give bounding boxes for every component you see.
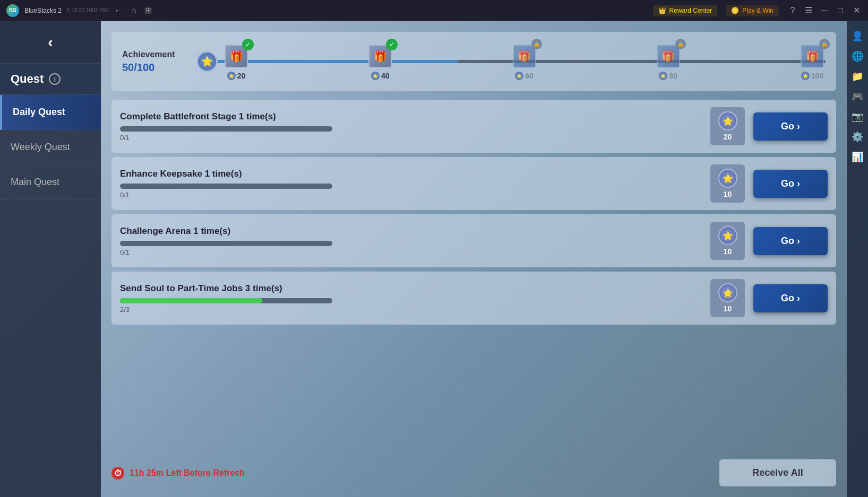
achievement-track: ⭐ 🎁 ✓ ⭐ 20 <box>196 40 826 83</box>
quest-reward-4: ⭐ 10 <box>710 279 745 317</box>
toolbar-gamepad-icon[interactable]: 🎮 <box>848 87 867 106</box>
checkpoint-80: 🎁 🔒 ⭐ 80 <box>655 43 682 80</box>
daily-quest-label: Daily Quest <box>13 107 65 117</box>
info-icon[interactable]: i <box>49 73 61 85</box>
check-badge-40: ✓ <box>386 39 398 50</box>
quest-reward-2: ⭐ 10 <box>710 164 745 203</box>
home-nav-icon[interactable]: ⌂ <box>131 6 136 15</box>
quest-info-4: Send Soul to Part-Time Jobs 3 time(s) 2/… <box>120 283 702 313</box>
play-win-button[interactable]: 🪙 Play & Win <box>726 5 779 16</box>
minimize-icon[interactable]: ─ <box>819 6 830 15</box>
timer-icon: ⏱ <box>111 467 124 479</box>
achievement-label: Achievement <box>122 50 186 59</box>
go-button-4[interactable]: Go › <box>753 284 828 312</box>
reward-center-label: Reward Center <box>669 7 712 14</box>
checkpoint-box-100: 🎁 🔒 <box>799 43 826 69</box>
menu-icon[interactable]: ☰ <box>803 5 814 15</box>
checkpoint-medal-20: ⭐ <box>227 72 236 80</box>
checkpoint-score-80: ⭐ 80 <box>659 72 677 80</box>
coin-icon: 🪙 <box>731 7 739 14</box>
quest-progress-bar-3 <box>120 241 332 246</box>
quest-progress-bar-1 <box>120 126 332 132</box>
checkpoint-value-20: 20 <box>237 72 246 80</box>
checkpoint-60: 🎁 🔒 ⭐ 60 <box>511 43 538 80</box>
chest-80: 🎁 <box>657 45 680 68</box>
checkpoint-container: 🎁 ✓ ⭐ 20 🎁 ✓ <box>223 43 826 80</box>
checkpoint-medal-100: ⭐ <box>801 72 810 80</box>
sidebar-item-weekly-quest[interactable]: Weekly Quest <box>0 130 101 165</box>
lock-badge-80: 🔒 <box>675 39 686 49</box>
sidebar-item-main-quest[interactable]: Main Quest <box>0 165 101 200</box>
reward-amount-3: 10 <box>724 247 732 256</box>
help-icon[interactable]: ? <box>787 6 798 15</box>
quest-progress-text-2: 0/1 <box>120 191 702 199</box>
receive-all-button[interactable]: Receive All <box>719 459 836 486</box>
toolbar-folder-icon[interactable]: 📁 <box>848 67 867 86</box>
quest-info-3: Challenge Arena 1 time(s) 0/1 <box>120 226 702 256</box>
quest-name-1: Complete Battlefront Stage 1 time(s) <box>120 111 702 122</box>
quest-item-4: Send Soul to Part-Time Jobs 3 time(s) 2/… <box>111 272 836 325</box>
checkpoint-box-60: 🎁 🔒 <box>511 43 538 69</box>
checkpoint-score-100: ⭐ 100 <box>801 72 823 80</box>
checkpoint-value-40: 40 <box>381 72 390 80</box>
reward-center-button[interactable]: 👑 Reward Center <box>653 5 718 16</box>
quest-progress-text-1: 0/1 <box>120 134 702 142</box>
quest-name-2: Enhance Keepsake 1 time(s) <box>120 169 702 179</box>
quest-progress-text-3: 0/1 <box>120 248 702 256</box>
checkpoint-value-80: 80 <box>669 72 677 80</box>
app-version: 5.10.20.1002 P64 <box>67 7 109 13</box>
quest-item-3: Challenge Arena 1 time(s) 0/1 ⭐ 10 Go › <box>111 214 836 267</box>
checkpoint-20: 🎁 ✓ ⭐ 20 <box>223 43 250 80</box>
quest-reward-3: ⭐ 10 <box>710 222 745 260</box>
sidebar-item-daily-quest[interactable]: Daily Quest <box>0 95 101 130</box>
achievement-label-block: Achievement 50/100 <box>122 50 186 74</box>
go-button-1[interactable]: Go › <box>753 112 828 141</box>
checkpoint-100: 🎁 🔒 ⭐ 100 <box>799 43 826 80</box>
app-icon: BS <box>6 4 19 17</box>
back-arrow-icon: ‹ <box>48 34 53 51</box>
quest-info-2: Enhance Keepsake 1 time(s) 0/1 <box>120 169 702 199</box>
go-button-2[interactable]: Go › <box>753 170 828 198</box>
quest-progress-bar-2 <box>120 184 332 189</box>
track-start: ⭐ <box>196 51 218 72</box>
go-button-3[interactable]: Go › <box>753 227 828 255</box>
reward-amount-1: 20 <box>724 133 732 141</box>
quest-progress-text-4: 2/3 <box>120 306 702 313</box>
toolbar-person-icon[interactable]: 👤 <box>848 27 867 46</box>
back-button[interactable]: ‹ <box>0 21 101 64</box>
lock-badge-100: 🔒 <box>819 39 830 49</box>
reward-amount-2: 10 <box>724 190 732 198</box>
weekly-quest-label: Weekly Quest <box>11 142 70 152</box>
content-area: Achievement 50/100 ⭐ 🎁 ✓ <box>101 21 847 497</box>
toolbar-stats-icon[interactable]: 📊 <box>848 147 867 167</box>
quest-progress-bar-4 <box>120 298 332 303</box>
back-nav-icon[interactable]: ← <box>114 6 123 15</box>
app-name: BlueStacks 2 <box>24 7 62 14</box>
lock-badge-60: 🔒 <box>531 39 542 49</box>
close-icon[interactable]: ✕ <box>851 5 862 15</box>
checkpoint-medal-60: ⭐ <box>515 72 523 80</box>
toolbar-globe-icon[interactable]: 🌐 <box>848 47 867 66</box>
refresh-timer: ⏱ 11h 25m Left Before Refresh <box>111 467 245 479</box>
footer: ⏱ 11h 25m Left Before Refresh Receive Al… <box>111 459 836 486</box>
toolbar-settings-icon[interactable]: ⚙️ <box>848 127 867 146</box>
chest-100: 🎁 <box>801 45 824 68</box>
checkpoint-box-80: 🎁 🔒 <box>655 43 682 69</box>
quest-item-2: Enhance Keepsake 1 time(s) 0/1 ⭐ 10 Go › <box>111 157 836 210</box>
toolbar-camera-icon[interactable]: 📷 <box>848 107 867 126</box>
titlebar-left: BS BlueStacks 2 5.10.20.1002 P64 ← ⌂ ⊞ <box>6 4 152 17</box>
maximize-icon[interactable]: □ <box>835 6 846 15</box>
track-start-medal: ⭐ <box>196 51 218 72</box>
reward-amount-4: 10 <box>724 304 732 313</box>
crown-icon: 👑 <box>658 7 666 14</box>
quest-header: Quest i <box>0 64 101 95</box>
reward-medal-3: ⭐ <box>718 226 737 245</box>
achievement-section: Achievement 50/100 ⭐ 🎁 ✓ <box>111 32 836 91</box>
checkpoint-score-60: ⭐ 60 <box>515 72 534 80</box>
quest-page-title: Quest <box>11 72 44 86</box>
sidebar: ‹ Quest i Daily Quest Weekly Quest Main … <box>0 21 101 497</box>
grid-nav-icon[interactable]: ⊞ <box>145 5 152 15</box>
window-controls: ? ☰ ─ □ ✕ <box>787 5 862 15</box>
quest-name-4: Send Soul to Part-Time Jobs 3 time(s) <box>120 283 702 294</box>
titlebar-nav: ← ⌂ ⊞ <box>114 5 152 15</box>
